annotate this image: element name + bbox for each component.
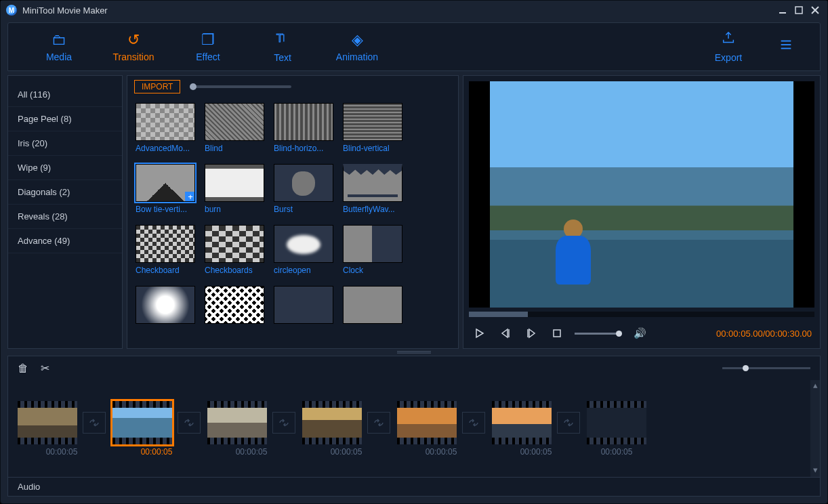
- volume-button[interactable]: 🔊: [632, 325, 648, 341]
- transition-item[interactable]: Checkboard: [136, 225, 199, 275]
- transition-slot[interactable]: [462, 412, 485, 434]
- preview-controls: 🔊 00:00:05.00/00:00:30.00: [469, 321, 814, 345]
- timeline-panel: 🗑 ✂ 00:00:0500:00:0500:00:0500:00:0500:0…: [7, 356, 821, 497]
- clip-group: 00:00:05: [587, 401, 646, 457]
- category-item[interactable]: Diagonals (2): [8, 180, 122, 205]
- transitions-gallery[interactable]: AdvancedMo...BlindBlind-horizo...Blind-v…: [127, 98, 458, 348]
- tab-transition-label: Transition: [113, 51, 154, 62]
- preview-progress-bar[interactable]: [469, 312, 814, 317]
- timeline-clip[interactable]: [492, 401, 552, 444]
- tab-media[interactable]: 🗀 Media: [22, 23, 96, 70]
- clip-group: 00:00:05: [492, 401, 580, 457]
- timeline-clip[interactable]: [302, 401, 362, 444]
- transition-label: Burst: [274, 205, 333, 214]
- transition-thumb: [136, 286, 195, 324]
- transition-item[interactable]: Blind: [205, 103, 268, 153]
- transition-item[interactable]: Checkboards: [205, 225, 268, 275]
- transition-label: ButterflyWav...: [343, 205, 402, 214]
- category-item[interactable]: Iris (20): [8, 131, 122, 156]
- tab-transition[interactable]: ↺ Transition: [96, 23, 171, 70]
- app-window: M MiniTool Movie Maker 🗀 Media ↺ Transit…: [0, 0, 828, 504]
- transition-item[interactable]: Bow tie-verti...: [136, 164, 199, 214]
- prev-frame-button[interactable]: [497, 325, 514, 341]
- transition-thumb: [205, 103, 264, 141]
- transition-item[interactable]: ButterflyWav...: [343, 164, 407, 214]
- category-item[interactable]: Advance (49): [8, 229, 122, 253]
- tab-animation[interactable]: ◈ Animation: [320, 23, 394, 70]
- transition-label: Blind-horizo...: [274, 144, 333, 153]
- diamond-icon: ◈: [352, 31, 363, 49]
- svg-rect-1: [795, 7, 802, 14]
- transition-item[interactable]: Blind-vertical: [343, 103, 407, 153]
- category-item[interactable]: Page Peel (8): [8, 107, 122, 131]
- panel-resize-grip[interactable]: [1, 349, 827, 356]
- timeline-track[interactable]: 00:00:0500:00:0500:00:0500:00:0500:00:05…: [8, 380, 810, 477]
- timeline-clip[interactable]: [397, 401, 457, 444]
- timeline-toolbar: 🗑 ✂: [8, 356, 820, 380]
- category-item[interactable]: Wipe (9): [8, 156, 122, 180]
- export-icon: [721, 30, 736, 49]
- export-button[interactable]: Export: [691, 23, 766, 70]
- transition-slot[interactable]: [178, 412, 201, 434]
- transition-item[interactable]: AdvancedMo...: [136, 103, 199, 153]
- main-content: All (116) Page Peel (8) Iris (20) Wipe (…: [1, 71, 827, 349]
- volume-slider[interactable]: [575, 333, 622, 335]
- transition-slot[interactable]: [557, 412, 580, 434]
- clip-duration: 00:00:05: [236, 447, 268, 457]
- scroll-up-icon[interactable]: ▴: [810, 380, 820, 392]
- transition-item[interactable]: burn: [205, 164, 268, 214]
- transition-thumb: [274, 286, 333, 324]
- timeline-clip[interactable]: [587, 401, 646, 444]
- transition-thumb: [205, 225, 264, 263]
- transition-label: AdvancedMo...: [136, 144, 195, 153]
- transition-item[interactable]: [136, 286, 199, 327]
- svg-marker-12: [529, 329, 535, 337]
- transition-slot[interactable]: [83, 412, 106, 434]
- transition-slot[interactable]: [272, 412, 295, 434]
- maximize-button[interactable]: [792, 3, 806, 17]
- transition-item[interactable]: [343, 286, 407, 327]
- minimize-button[interactable]: [776, 3, 789, 17]
- scroll-down-icon[interactable]: ▾: [810, 465, 820, 477]
- transition-thumb: [136, 103, 195, 141]
- next-frame-button[interactable]: [523, 325, 539, 341]
- tab-effect[interactable]: ❐ Effect: [171, 23, 245, 70]
- transition-thumb: [205, 164, 264, 202]
- transition-label: Bow tie-verti...: [136, 205, 195, 214]
- folder-icon: 🗀: [51, 31, 66, 49]
- import-button[interactable]: IMPORT: [134, 80, 180, 93]
- transition-item[interactable]: [274, 286, 337, 327]
- transition-item[interactable]: Blind-horizo...: [274, 103, 337, 153]
- transition-label: Blind-vertical: [343, 144, 402, 153]
- timeline-scrollbar[interactable]: ▴ ▾: [810, 380, 820, 477]
- stop-button[interactable]: [549, 325, 565, 341]
- tab-effect-label: Effect: [196, 51, 220, 62]
- clip-duration: 00:00:05: [46, 447, 78, 457]
- timeline-zoom-slider[interactable]: [722, 367, 810, 369]
- close-button[interactable]: [808, 3, 822, 17]
- transition-item[interactable]: [205, 286, 268, 327]
- audio-track-label: Audio: [8, 477, 820, 496]
- preview-viewport[interactable]: [469, 81, 814, 308]
- split-button[interactable]: ✂: [41, 362, 49, 375]
- category-item[interactable]: Reveals (28): [8, 205, 122, 229]
- timeline-clip[interactable]: [112, 401, 172, 444]
- transition-item[interactable]: Burst: [274, 164, 337, 214]
- svg-text:T: T: [276, 32, 283, 44]
- timeline-clip[interactable]: [207, 401, 267, 444]
- transition-thumb: [343, 286, 402, 324]
- transition-item[interactable]: Clock: [343, 225, 407, 275]
- hamburger-menu-button[interactable]: [766, 23, 806, 70]
- delete-button[interactable]: 🗑: [18, 362, 28, 375]
- play-button[interactable]: [472, 325, 488, 341]
- transition-item[interactable]: circleopen: [274, 225, 337, 275]
- clip-duration: 00:00:05: [601, 447, 633, 457]
- timeline-clip[interactable]: [18, 401, 77, 444]
- svg-marker-9: [476, 329, 483, 337]
- clip-group: 00:00:05: [112, 401, 201, 457]
- transition-slot[interactable]: [367, 412, 390, 434]
- gallery-zoom-slider[interactable]: [190, 85, 291, 88]
- category-item[interactable]: All (116): [8, 83, 122, 107]
- tab-text[interactable]: T Text: [245, 23, 320, 70]
- transition-label: Checkboard: [136, 266, 195, 275]
